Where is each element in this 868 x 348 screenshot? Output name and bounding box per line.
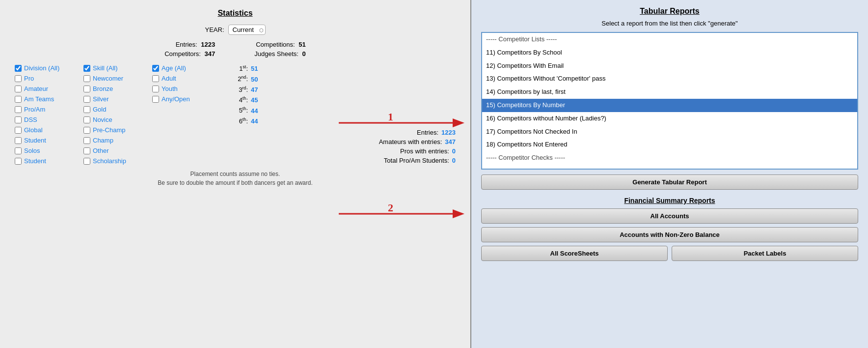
entries-value: 1223 — [201, 41, 215, 48]
age-adult[interactable]: Adult — [152, 75, 221, 82]
division-amteams[interactable]: Am Teams — [15, 95, 83, 103]
division-proam[interactable]: Pro/Am — [15, 106, 83, 113]
division-amateur-checkbox[interactable] — [15, 86, 22, 92]
age-anyopen-label[interactable]: Any/Open — [162, 95, 190, 103]
division-pro[interactable]: Pro — [15, 75, 83, 82]
skill-gold[interactable]: Gold — [83, 106, 152, 113]
division-amteams-checkbox[interactable] — [15, 96, 22, 103]
age-youth-label[interactable]: Youth — [162, 85, 178, 92]
age-adult-checkbox[interactable] — [152, 75, 159, 82]
placement-4th: 4th: 45 — [231, 96, 456, 104]
report-item-13[interactable]: 13) Competitors Without 'Competitor' pas… — [482, 72, 857, 86]
division-amateur-label[interactable]: Amateur — [24, 85, 48, 92]
skill-all-checkbox[interactable] — [83, 65, 90, 72]
division-student2-checkbox[interactable] — [15, 158, 22, 165]
year-select[interactable]: Current — [228, 25, 266, 35]
year-row: YEAR: Current — [15, 25, 456, 35]
all-scoresheets-button[interactable]: All ScoreSheets — [481, 246, 668, 261]
division-all-item[interactable]: Division (All) — [15, 64, 83, 72]
rank-5th: 5th: — [231, 106, 248, 114]
entries-eval: 1223 — [441, 129, 456, 136]
report-list[interactable]: ----- Competitor Lists ----- 11) Competi… — [481, 32, 858, 170]
division-student2-label[interactable]: Student — [24, 157, 46, 165]
competitors-value: 347 — [205, 50, 216, 58]
skill-silver[interactable]: Silver — [83, 95, 152, 103]
division-student[interactable]: Student — [15, 137, 83, 144]
division-proam-label[interactable]: Pro/Am — [24, 106, 45, 113]
packet-labels-button[interactable]: Packet Labels — [672, 246, 858, 261]
entries-stat: Entries: 1223 — [164, 41, 215, 48]
division-dss-label[interactable]: DSS — [24, 116, 37, 123]
report-item-12[interactable]: 12) Competitors With Email — [482, 59, 857, 73]
skill-prechamp-label[interactable]: Pre-Champ — [93, 126, 125, 134]
division-global-checkbox[interactable] — [15, 127, 22, 134]
skill-gold-label[interactable]: Gold — [93, 106, 106, 113]
age-youth-checkbox[interactable] — [152, 86, 159, 92]
division-amateur[interactable]: Amateur — [15, 85, 83, 92]
non-zero-balance-button[interactable]: Accounts with Non-Zero Balance — [481, 227, 858, 242]
age-anyopen[interactable]: Any/Open — [152, 95, 221, 103]
report-item-14[interactable]: 14) Competitors by last, first — [482, 86, 857, 99]
skill-newcomer-checkbox[interactable] — [83, 75, 90, 82]
age-all-checkbox[interactable] — [152, 65, 159, 72]
all-accounts-button[interactable]: All Accounts — [481, 208, 858, 224]
skill-bronze-label[interactable]: Bronze — [93, 85, 113, 92]
division-all-label[interactable]: Division (All) — [24, 64, 59, 72]
skill-bronze[interactable]: Bronze — [83, 85, 152, 92]
report-item-17[interactable]: 17) Competitors Not Checked In — [482, 125, 857, 139]
report-item-18[interactable]: 18) Competitors Not Entered — [482, 138, 857, 151]
age-all-label[interactable]: Age (All) — [162, 64, 186, 72]
generate-tabular-report-button[interactable]: Generate Tabular Report — [481, 174, 858, 190]
skill-silver-checkbox[interactable] — [83, 96, 90, 103]
rank-1st: 1st: — [231, 64, 248, 72]
division-solos[interactable]: Solos — [15, 147, 83, 154]
skill-newcomer-label[interactable]: Newcomer — [93, 75, 123, 82]
division-dss-checkbox[interactable] — [15, 116, 22, 123]
skill-silver-label[interactable]: Silver — [93, 95, 109, 103]
skill-other-checkbox[interactable] — [83, 147, 90, 154]
age-all-item[interactable]: Age (All) — [152, 64, 221, 72]
skill-all-label[interactable]: Skill (All) — [93, 64, 118, 72]
skill-novice[interactable]: Novice — [83, 116, 152, 123]
skill-champ[interactable]: Champ — [83, 137, 152, 144]
age-adult-label[interactable]: Adult — [162, 75, 176, 82]
skill-other[interactable]: Other — [83, 147, 152, 154]
skill-champ-checkbox[interactable] — [83, 137, 90, 144]
division-amteams-label[interactable]: Am Teams — [24, 95, 54, 103]
skill-scholarship-checkbox[interactable] — [83, 158, 90, 165]
skill-bronze-checkbox[interactable] — [83, 86, 90, 92]
report-item-16[interactable]: 16) Competitors without Number (Ladies?) — [482, 112, 857, 125]
division-proam-checkbox[interactable] — [15, 106, 22, 113]
skill-newcomer[interactable]: Newcomer — [83, 75, 152, 82]
division-pro-checkbox[interactable] — [15, 75, 22, 82]
skill-all-item[interactable]: Skill (All) — [83, 64, 152, 72]
checkboxes-area: Division (All) Pro Amateur Am Teams Pro/… — [15, 64, 456, 165]
skill-scholarship[interactable]: Scholarship — [83, 157, 152, 165]
division-pro-label[interactable]: Pro — [24, 75, 34, 82]
division-student2[interactable]: Student — [15, 157, 83, 165]
year-select-wrap[interactable]: Current — [228, 25, 266, 35]
pros-eval: 0 — [452, 147, 456, 155]
report-item-15[interactable]: 15) Competitors By Number — [482, 99, 857, 112]
skill-prechamp-checkbox[interactable] — [83, 127, 90, 134]
division-solos-checkbox[interactable] — [15, 147, 22, 154]
skill-gold-checkbox[interactable] — [83, 106, 90, 113]
division-student-checkbox[interactable] — [15, 137, 22, 144]
report-item-20[interactable]: 20) Entry Count Total — [482, 165, 857, 170]
skill-scholarship-label[interactable]: Scholarship — [93, 157, 126, 165]
age-anyopen-checkbox[interactable] — [152, 96, 159, 103]
skill-novice-label[interactable]: Novice — [93, 116, 112, 123]
division-all-checkbox[interactable] — [15, 65, 22, 72]
division-dss[interactable]: DSS — [15, 116, 83, 123]
skill-prechamp[interactable]: Pre-Champ — [83, 126, 152, 134]
division-global[interactable]: Global — [15, 126, 83, 134]
skill-other-label[interactable]: Other — [93, 147, 109, 154]
skill-champ-label[interactable]: Champ — [93, 137, 113, 144]
competitors-label: Competitors: — [164, 50, 201, 58]
skill-novice-checkbox[interactable] — [83, 116, 90, 123]
division-student-label[interactable]: Student — [24, 137, 46, 144]
age-youth[interactable]: Youth — [152, 85, 221, 92]
division-global-label[interactable]: Global — [24, 126, 43, 134]
division-solos-label[interactable]: Solos — [24, 147, 40, 154]
report-item-11[interactable]: 11) Competitors By School — [482, 46, 857, 59]
